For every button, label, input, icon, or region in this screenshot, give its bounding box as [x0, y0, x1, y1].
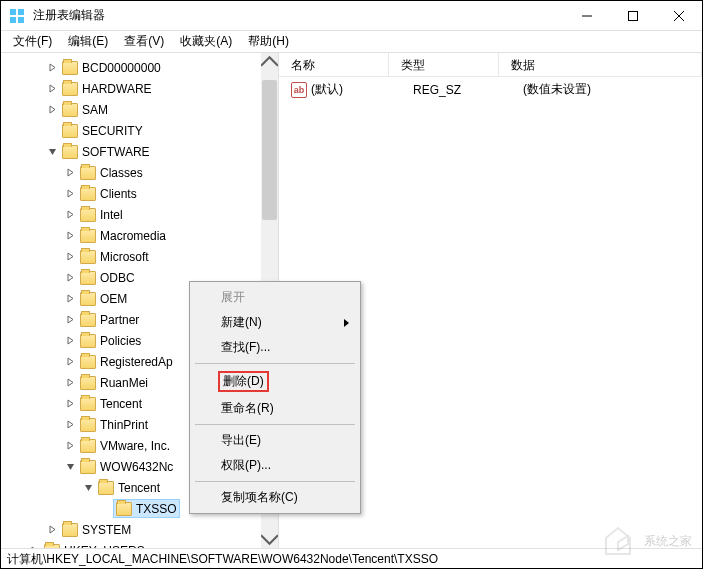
folder-icon — [80, 355, 96, 369]
tree-item-software[interactable]: SOFTWARE — [1, 141, 278, 162]
tree-item-microsoft[interactable]: Microsoft — [1, 246, 278, 267]
folder-icon — [80, 208, 96, 222]
expander-icon[interactable] — [27, 546, 41, 548]
tree-item-bcd00000000[interactable]: BCD00000000 — [1, 57, 278, 78]
expander-icon[interactable] — [45, 84, 59, 93]
expander-icon[interactable] — [63, 189, 77, 198]
expander-icon[interactable] — [63, 315, 77, 324]
close-button[interactable] — [656, 1, 702, 31]
folder-icon — [80, 439, 96, 453]
value-type: REG_SZ — [401, 81, 511, 98]
expander-icon[interactable] — [63, 441, 77, 450]
minimize-button[interactable] — [564, 1, 610, 31]
menu-view[interactable]: 查看(V) — [116, 31, 172, 52]
folder-icon — [80, 292, 96, 306]
folder-icon — [62, 61, 78, 75]
expander-icon[interactable] — [63, 378, 77, 387]
folder-icon — [80, 187, 96, 201]
cm-expand: 展开 — [193, 285, 357, 310]
menu-file[interactable]: 文件(F) — [5, 31, 60, 52]
expander-icon[interactable] — [45, 525, 59, 534]
tree-item-intel[interactable]: Intel — [1, 204, 278, 225]
expander-icon[interactable] — [63, 231, 77, 240]
folder-icon — [80, 271, 96, 285]
value-name: (默认) — [311, 81, 343, 98]
tree-label: HARDWARE — [82, 82, 152, 96]
value-data: (数值未设置) — [511, 81, 603, 98]
folder-icon — [80, 397, 96, 411]
cm-separator — [195, 481, 355, 482]
tree-label: OEM — [100, 292, 127, 306]
tree-label: Clients — [100, 187, 137, 201]
folder-icon — [62, 103, 78, 117]
tree-label: RuanMei — [100, 376, 148, 390]
folder-icon — [80, 334, 96, 348]
expander-icon[interactable] — [63, 420, 77, 429]
cm-find[interactable]: 查找(F)... — [193, 335, 357, 360]
tree-label: ODBC — [100, 271, 135, 285]
tree-item-sam[interactable]: SAM — [1, 99, 278, 120]
tree-label: SECURITY — [82, 124, 143, 138]
folder-icon — [80, 376, 96, 390]
folder-icon — [62, 124, 78, 138]
tree-label: Intel — [100, 208, 123, 222]
folder-icon — [98, 481, 114, 495]
tree-label: Tencent — [100, 397, 142, 411]
tree-item-hardware[interactable]: HARDWARE — [1, 78, 278, 99]
tree-item-system[interactable]: SYSTEM — [1, 519, 278, 540]
tree-item-classes[interactable]: Classes — [1, 162, 278, 183]
list-row[interactable]: ab (默认) REG_SZ (数值未设置) — [279, 77, 702, 102]
expander-icon[interactable] — [63, 336, 77, 345]
cm-delete[interactable]: 删除(D) — [193, 367, 357, 396]
cm-copyname[interactable]: 复制项名称(C) — [193, 485, 357, 510]
tree-label: WOW6432Nc — [100, 460, 173, 474]
tree-item-security[interactable]: SECURITY — [1, 120, 278, 141]
tree-label: SAM — [82, 103, 108, 117]
col-type[interactable]: 类型 — [389, 53, 499, 76]
tree-item-macromedia[interactable]: Macromedia — [1, 225, 278, 246]
string-value-icon: ab — [291, 82, 307, 98]
cm-rename[interactable]: 重命名(R) — [193, 396, 357, 421]
expander-icon[interactable] — [63, 252, 77, 261]
folder-icon — [80, 229, 96, 243]
tree-label: Microsoft — [100, 250, 149, 264]
menu-favorites[interactable]: 收藏夹(A) — [172, 31, 240, 52]
scroll-up-button[interactable] — [261, 53, 278, 70]
tree-item-clients[interactable]: Clients — [1, 183, 278, 204]
expander-icon[interactable] — [81, 483, 95, 492]
app-icon — [9, 8, 25, 24]
cm-separator — [195, 424, 355, 425]
col-name[interactable]: 名称 — [279, 53, 389, 76]
expander-icon[interactable] — [63, 273, 77, 282]
maximize-button[interactable] — [610, 1, 656, 31]
cm-permissions[interactable]: 权限(P)... — [193, 453, 357, 478]
expander-icon[interactable] — [63, 399, 77, 408]
tree-label: SOFTWARE — [82, 145, 150, 159]
menubar: 文件(F) 编辑(E) 查看(V) 收藏夹(A) 帮助(H) — [1, 31, 702, 53]
folder-icon — [80, 460, 96, 474]
tree-label: Classes — [100, 166, 143, 180]
menu-edit[interactable]: 编辑(E) — [60, 31, 116, 52]
menu-help[interactable]: 帮助(H) — [240, 31, 297, 52]
scroll-thumb[interactable] — [262, 80, 277, 220]
expander-icon[interactable] — [45, 105, 59, 114]
folder-icon — [80, 313, 96, 327]
expander-icon[interactable] — [45, 63, 59, 72]
tree-label: HKEY_USERS — [64, 544, 145, 549]
expander-icon[interactable] — [63, 462, 77, 471]
expander-icon[interactable] — [63, 357, 77, 366]
cm-export[interactable]: 导出(E) — [193, 428, 357, 453]
expander-icon[interactable] — [45, 147, 59, 156]
expander-icon[interactable] — [63, 210, 77, 219]
context-menu: 展开 新建(N) 查找(F)... 删除(D) 重命名(R) 导出(E) 权限(… — [189, 281, 361, 514]
folder-icon — [44, 544, 60, 549]
expander-icon[interactable] — [63, 168, 77, 177]
scroll-down-button[interactable] — [261, 531, 278, 548]
tree-label: SYSTEM — [82, 523, 131, 537]
tree-label: Policies — [100, 334, 141, 348]
tree-label: Tencent — [118, 481, 160, 495]
tree-item-hkey-users[interactable]: HKEY_USERS — [1, 540, 278, 548]
col-data[interactable]: 数据 — [499, 53, 702, 76]
cm-new[interactable]: 新建(N) — [193, 310, 357, 335]
expander-icon[interactable] — [63, 294, 77, 303]
